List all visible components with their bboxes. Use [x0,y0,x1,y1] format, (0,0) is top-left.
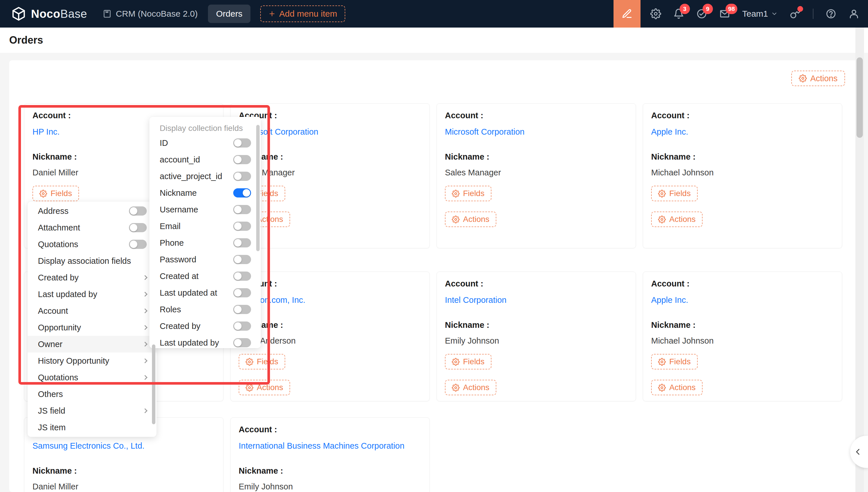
field-toggle[interactable] [233,321,251,331]
menu-item[interactable]: active_project_id [149,168,261,184]
fields-button[interactable]: Fields [651,354,698,369]
menu-item[interactable]: Nickname [149,184,261,201]
menu-item-label: Phone [160,238,229,248]
account-link[interactable]: International Business Machines Corporat… [239,441,421,451]
menu-item[interactable]: Created at [149,268,261,285]
field-toggle[interactable] [233,255,251,264]
card-actions-button[interactable]: Actions [651,380,703,395]
card-actions-button[interactable]: Actions [445,212,496,227]
menu-item[interactable]: Roles [149,301,261,318]
menu-item[interactable]: Display association fields [28,253,157,269]
dropdown-scrollbar[interactable] [152,344,156,424]
account-link[interactable]: Microsoft Corporation [445,127,628,137]
fields-button[interactable]: Fields [32,186,79,201]
gear-icon [658,384,666,392]
menu-item[interactable]: Attachment [28,219,157,236]
account-label: Account : [239,279,421,289]
order-card: Account : Intel Corporation Nickname : E… [437,272,636,401]
field-toggle[interactable] [233,238,251,247]
chevron-right-icon [143,292,148,297]
submenu-scrollbar[interactable] [256,125,260,251]
card-actions-button[interactable]: Actions [651,212,703,227]
field-toggle[interactable] [129,206,147,216]
menu-item[interactable]: Quotations [28,369,157,386]
user-menu-button[interactable] [848,8,860,19]
menu-item[interactable]: Divider [28,436,157,437]
menu-item[interactable]: Quotations [28,236,157,253]
tasks-button[interactable]: 9 [696,8,707,19]
field-toggle[interactable] [233,188,251,197]
nickname-label: Nickname : [32,466,215,476]
menu-item-label: History Opportunity [38,356,139,366]
field-toggle[interactable] [233,222,251,231]
team-switcher[interactable]: Team1 [742,9,778,19]
menu-item[interactable]: Username [149,201,261,218]
menu-item[interactable]: Created by [28,269,157,286]
account-link[interactable]: Samsung Electronics Co., Ltd. [32,441,215,451]
menu-item[interactable]: account_id [149,151,261,168]
field-toggle[interactable] [233,288,251,297]
field-toggle[interactable] [233,272,251,281]
api-keys-button[interactable] [790,8,801,19]
menu-item[interactable]: JS field [28,402,157,419]
menu-item[interactable]: Account [28,302,157,319]
card-actions-button[interactable]: Actions [445,380,496,395]
menu-item[interactable]: History Opportunity [28,352,157,369]
menu-item[interactable]: JS item [28,419,157,436]
card-actions-button[interactable]: Actions [239,380,290,395]
field-toggle[interactable] [233,338,251,347]
menu-item[interactable]: Last updated at [149,285,261,301]
field-toggle[interactable] [233,155,251,164]
settings-gear-button[interactable] [650,8,661,19]
order-card: Account : International Business Machine… [230,417,430,492]
page-title: Orders [9,34,43,46]
fields-button[interactable]: Fields [239,354,285,369]
chevron-right-icon [143,359,148,363]
account-label: Account : [239,424,421,435]
fields-dropdown-menu: Address Attachment Quotations Display as… [28,201,157,437]
highlighter-icon [621,8,632,19]
nickname-label: Nickname : [651,152,834,162]
app-switcher[interactable]: CRM (NocoBase 2.0) [102,9,197,19]
gear-icon [39,190,47,197]
nickname-label: Nickname : [445,152,628,162]
menu-item[interactable]: Opportunity [28,319,157,336]
account-link[interactable]: Apple Inc. [651,127,834,137]
add-menu-item-button[interactable]: Add menu item [260,5,345,22]
menu-item[interactable]: ID [149,134,261,151]
menu-item[interactable]: Others [28,386,157,402]
ui-editor-button[interactable] [613,0,640,28]
notifications-badge: 3 [680,4,690,14]
fields-button[interactable]: Fields [445,354,491,369]
fields-button[interactable]: Fields [651,186,698,201]
field-toggle[interactable] [129,240,147,249]
menu-item[interactable]: Address [28,203,157,219]
field-toggle[interactable] [233,305,251,314]
nocobase-logo[interactable]: NocoBase [10,6,87,21]
menu-item[interactable]: Phone [149,235,261,251]
field-toggle[interactable] [129,223,147,232]
gear-icon [799,74,807,82]
account-link[interactable]: Apple Inc. [651,295,834,305]
fields-button[interactable]: Fields [445,186,491,201]
panel-actions-button[interactable]: Actions [791,71,845,86]
account-link[interactable]: Intel Corporation [445,295,628,305]
help-button[interactable] [825,8,837,19]
field-toggle[interactable] [233,138,251,148]
menu-item[interactable]: Owner [28,336,157,352]
notifications-button[interactable]: 3 [673,8,684,19]
messages-button[interactable]: 98 [719,8,730,19]
account-link[interactable]: Microsoft Corporation [239,127,421,137]
menu-item[interactable]: Last updated by [28,286,157,302]
menu-item[interactable]: Created by [149,318,261,335]
menu-item-label: active_project_id [160,172,229,181]
account-link[interactable]: Amazon.com, Inc. [239,295,421,305]
field-toggle[interactable] [233,205,251,214]
field-toggle[interactable] [233,172,251,181]
menu-item[interactable]: Password [149,251,261,268]
tab-orders[interactable]: Orders [208,5,251,23]
menu-item-label: Address [38,206,124,216]
page-scrollbar-thumb[interactable] [857,57,863,138]
menu-item[interactable]: Last updated by [149,335,261,348]
menu-item[interactable]: Email [149,218,261,235]
